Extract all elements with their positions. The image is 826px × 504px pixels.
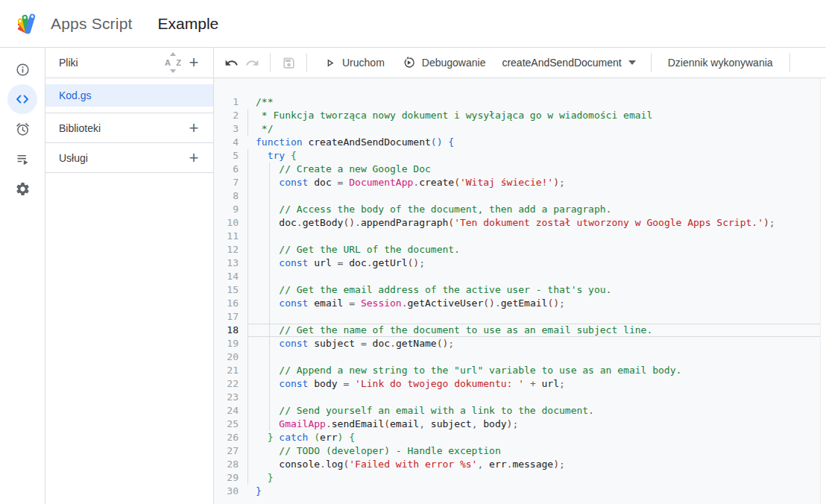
code-line[interactable]: 24 // Send yourself an email with a link… [214, 404, 826, 418]
code-line-text: console.log('Failed with error %s', err.… [248, 458, 826, 471]
code-line[interactable]: 28 console.log('Failed with error %s', e… [214, 458, 826, 471]
gear-icon [15, 181, 31, 197]
file-item-kod-gs[interactable]: Kod.gs [45, 84, 213, 107]
toolbar-divider [651, 53, 652, 72]
files-panel-title: Pliki [59, 57, 163, 69]
line-number: 4 [214, 136, 248, 149]
code-line[interactable]: 21 // Append a new string to the "url" v… [214, 364, 826, 377]
files-panel-header: Pliki AZ + [45, 48, 213, 78]
plus-icon: + [189, 120, 199, 136]
line-number: 9 [214, 203, 248, 216]
nav-triggers-button[interactable] [7, 114, 37, 144]
code-line-text: // TODO (developer) - Handle exception [248, 444, 826, 458]
app-name[interactable]: Apps Script [51, 15, 133, 33]
code-line-text [248, 350, 826, 364]
redo-button[interactable] [242, 52, 262, 73]
toolbar-divider [270, 53, 271, 72]
code-line[interactable]: 5 try { [214, 149, 826, 163]
line-number: 1 [214, 95, 248, 109]
line-number: 16 [214, 297, 248, 310]
run-button[interactable]: Uruchom [315, 49, 394, 76]
undo-button[interactable] [221, 52, 242, 73]
code-line[interactable]: 17 [214, 310, 826, 324]
code-line[interactable]: 11 [214, 230, 826, 243]
code-line[interactable]: 29 } [214, 471, 826, 485]
nav-executions-button[interactable] [7, 144, 37, 174]
line-number: 25 [214, 418, 248, 431]
line-number: 18 [214, 324, 248, 337]
editor-scrollbar-gutter[interactable] [820, 78, 826, 504]
code-line-text: const doc = DocumentApp.create('Witaj św… [248, 176, 826, 189]
code-line[interactable]: 1/** [214, 95, 826, 109]
code-line-text: function createAndSendDocument() { [248, 136, 826, 149]
code-line-text: // Create a new Google Doc [248, 163, 826, 176]
code-line[interactable]: 20 [214, 350, 826, 364]
save-button[interactable] [278, 52, 299, 73]
code-line[interactable]: 6 // Create a new Google Doc [214, 163, 826, 176]
sort-files-button[interactable]: AZ [163, 52, 183, 73]
code-line[interactable]: 2 * Funkcja tworząca nowy dokument i wys… [214, 109, 826, 122]
code-line[interactable]: 22 const body = 'Link do twojego dokumen… [214, 377, 826, 391]
nav-editor-button[interactable] [7, 84, 37, 114]
code-line[interactable]: 12 // Get the URL of the document. [214, 243, 826, 256]
executions-icon [15, 151, 31, 167]
redo-icon [245, 56, 259, 70]
nav-overview-button[interactable] [7, 54, 37, 84]
code-line[interactable]: 30} [214, 485, 826, 498]
code-line-text: } catch (err) { [248, 431, 826, 444]
run-button-label: Uruchom [342, 57, 385, 69]
code-line[interactable]: 16 const email = Session.getActiveUser()… [214, 297, 826, 310]
add-file-button[interactable]: + [183, 52, 204, 73]
code-line[interactable]: 19 const subject = doc.getName(); [214, 337, 826, 350]
code-line[interactable]: 7 const doc = DocumentApp.create('Witaj … [214, 176, 826, 189]
line-number: 28 [214, 458, 248, 471]
line-number: 2 [214, 109, 248, 122]
line-number: 29 [214, 471, 248, 485]
code-line[interactable]: 3 */ [214, 122, 826, 136]
alarm-clock-icon [15, 122, 31, 137]
code-line[interactable]: 13 const url = doc.getUrl(); [214, 256, 826, 270]
code-line-text [248, 230, 826, 243]
code-line[interactable]: 23 [214, 391, 826, 404]
project-title[interactable]: Example [158, 15, 219, 33]
debug-icon [403, 56, 416, 69]
add-library-button[interactable]: + [183, 118, 204, 139]
code-line-text: const url = doc.getUrl(); [248, 256, 826, 270]
code-line[interactable]: 10 doc.getBody().appendParagraph('Ten do… [214, 216, 826, 230]
code-line-text: // Access the body of the document, then… [248, 203, 826, 216]
line-number: 27 [214, 444, 248, 458]
code-line-text [248, 391, 826, 404]
chevron-down-icon [628, 60, 636, 65]
code-lines: 1/**2 * Funkcja tworząca nowy dokument i… [214, 95, 826, 498]
code-line[interactable]: 4function createAndSendDocument() { [214, 136, 826, 149]
plus-icon: + [189, 54, 199, 71]
line-number: 7 [214, 176, 248, 189]
code-line[interactable]: 27 // TODO (developer) - Handle exceptio… [214, 444, 826, 458]
code-icon [14, 91, 31, 107]
code-line[interactable]: 9 // Access the body of the document, th… [214, 203, 826, 216]
code-line-text [248, 189, 826, 203]
code-line-text [248, 310, 826, 324]
line-number: 19 [214, 337, 248, 350]
add-service-button[interactable]: + [183, 148, 204, 168]
function-selector[interactable]: createAndSendDocument [494, 49, 643, 76]
code-line[interactable]: 8 [214, 189, 826, 203]
code-line[interactable]: 26 } catch (err) { [214, 431, 826, 444]
undo-icon [224, 56, 239, 70]
code-line[interactable]: 25 GmailApp.sendEmail(email, subject, bo… [214, 418, 826, 431]
line-number: 30 [214, 485, 248, 498]
nav-settings-button[interactable] [7, 174, 37, 204]
execution-log-button[interactable]: Dziennik wykonywania [659, 49, 782, 76]
code-line[interactable]: 14 [214, 270, 826, 283]
app-header: Apps Script Example [0, 0, 826, 48]
debug-button[interactable]: Debugowanie [394, 49, 495, 76]
code-editor[interactable]: 1/**2 * Funkcja tworząca nowy dokument i… [214, 78, 826, 504]
line-number: 5 [214, 149, 248, 163]
code-line[interactable]: 18 // Get the name of the document to us… [214, 324, 826, 337]
indent-guide [248, 109, 248, 136]
indent-guide [269, 163, 270, 431]
code-line-text: // Get the email address of the active u… [248, 283, 826, 297]
code-line[interactable]: 15 // Get the email address of the activ… [214, 283, 826, 297]
file-list: Kod.gs [45, 78, 213, 113]
code-line-text: try { [248, 149, 826, 163]
